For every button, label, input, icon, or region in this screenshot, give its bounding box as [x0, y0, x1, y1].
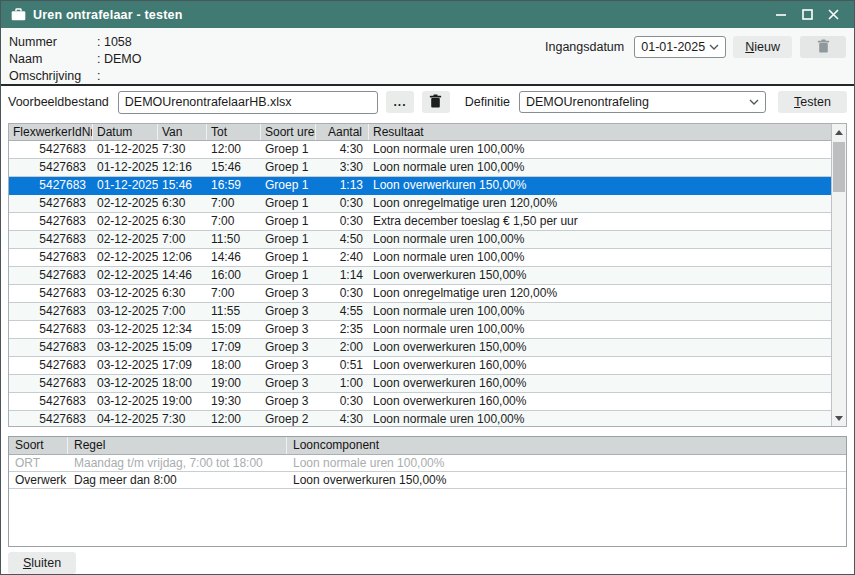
vertical-scrollbar[interactable]: [831, 124, 846, 426]
cell: 6:30: [158, 285, 207, 302]
voorbeeldbestand-label: Voorbeeldbestand: [8, 95, 109, 109]
cell: 5427683: [9, 411, 93, 426]
table-row[interactable]: 542768302-12-20257:0011:50Groep 14:50Loo…: [9, 231, 831, 249]
cell: 1:13: [316, 177, 369, 194]
cell: Loon normale uren 100,00%: [369, 321, 831, 338]
close-button[interactable]: [822, 5, 844, 25]
cell: 4:30: [316, 411, 369, 426]
table-row[interactable]: 542768304-12-20257:3012:00Groep 24:30Loo…: [9, 411, 831, 426]
maximize-button[interactable]: [796, 5, 818, 25]
table-row[interactable]: 542768303-12-202517:0918:00Groep 30:51Lo…: [9, 357, 831, 375]
cell: 0:30: [316, 213, 369, 230]
cell: 15:09: [207, 321, 261, 338]
cell: Loon onregelmatige uren 120,00%: [369, 285, 831, 302]
results-column-header-aantal[interactable]: Aantal: [316, 124, 369, 140]
ingangsdatum-select[interactable]: 01-01-2025: [634, 36, 726, 58]
cell: Groep 1: [261, 159, 316, 176]
cell: 5427683: [9, 231, 93, 248]
results-column-header-resultaat[interactable]: Resultaat: [369, 124, 831, 140]
cell: 7:30: [158, 141, 207, 158]
chevron-down-icon: [709, 44, 719, 50]
cell: 03-12-2025: [93, 393, 158, 410]
cell: Loon overwerkuren 150,00%: [369, 267, 831, 284]
cell: Groep 1: [261, 231, 316, 248]
cell: Loon overwerkuren 150,00%: [369, 177, 831, 194]
sluiten-button[interactable]: Sluiten: [8, 552, 76, 574]
cell: Groep 1: [261, 249, 316, 266]
cell: 5427683: [9, 339, 93, 356]
table-row[interactable]: 542768301-12-20257:3012:00Groep 14:30Loo…: [9, 141, 831, 159]
scroll-down-icon[interactable]: [832, 410, 846, 426]
cell: Loon normale uren 100,00%: [369, 141, 831, 158]
table-row[interactable]: 542768302-12-20256:307:00Groep 10:30Loon…: [9, 195, 831, 213]
nieuw-button[interactable]: Nieuw: [733, 36, 792, 58]
cell: 5427683: [9, 195, 93, 212]
rules-column-header-looncomponent[interactable]: Looncomponent: [287, 437, 846, 454]
scroll-up-icon[interactable]: [832, 124, 846, 140]
cell: 15:46: [207, 159, 261, 176]
minimize-button[interactable]: [770, 5, 792, 25]
table-row[interactable]: 542768303-12-202518:0019:00Groep 31:00Lo…: [9, 375, 831, 393]
cell: 16:59: [207, 177, 261, 194]
cell: 7:00: [158, 231, 207, 248]
cell: Groep 3: [261, 375, 316, 392]
testen-button[interactable]: Testen: [778, 91, 847, 113]
table-row[interactable]: 542768302-12-202514:4616:00Groep 11:14Lo…: [9, 267, 831, 285]
cell: 5427683: [9, 393, 93, 410]
voorbeeldbestand-input[interactable]: [118, 91, 378, 114]
table-row[interactable]: 542768303-12-202515:0917:09Groep 32:00Lo…: [9, 339, 831, 357]
cell: 03-12-2025: [93, 285, 158, 302]
cell: 6:30: [158, 195, 207, 212]
titlebar: Uren ontrafelaar - testen: [1, 1, 854, 28]
cell: Groep 3: [261, 393, 316, 410]
scrollbar-thumb[interactable]: [833, 142, 845, 192]
rules-table-body: ORTMaandag t/m vrijdag, 7:00 tot 18:00Lo…: [9, 455, 846, 489]
cell: Groep 3: [261, 357, 316, 374]
results-column-header-flexwerkeridnr[interactable]: FlexwerkerIdNr: [9, 124, 93, 140]
results-column-header-van[interactable]: Van: [158, 124, 207, 140]
cell: Loon overwerkuren 150,00%: [287, 472, 846, 488]
browse-button[interactable]: ...: [386, 91, 414, 113]
cell: 17:09: [207, 339, 261, 356]
table-row[interactable]: 542768302-12-202512:0614:46Groep 12:40Lo…: [9, 249, 831, 267]
delete-file-button[interactable]: [422, 91, 450, 113]
cell: Loon overwerkuren 160,00%: [369, 357, 831, 374]
table-row[interactable]: 542768302-12-20256:307:00Groep 10:30Extr…: [9, 213, 831, 231]
results-column-header-tot[interactable]: Tot: [207, 124, 261, 140]
table-row[interactable]: 542768303-12-202512:3415:09Groep 32:35Lo…: [9, 321, 831, 339]
cell: 15:46: [158, 177, 207, 194]
cell: 12:16: [158, 159, 207, 176]
rule-row[interactable]: OverwerkDag meer dan 8:00Loon overwerkur…: [9, 472, 846, 489]
record-fields: Nummer : 1058 Naam : DEMO Omschrijving :: [9, 34, 141, 84]
cell: Groep 3: [261, 339, 316, 356]
cell: Groep 1: [261, 177, 316, 194]
nummer-value: : 1058: [97, 34, 132, 51]
definitie-select[interactable]: DEMOUrenontrafeling: [519, 91, 766, 113]
omschrijving-label: Omschrijving: [9, 68, 97, 85]
table-row[interactable]: 542768301-12-202512:1615:46Groep 13:30Lo…: [9, 159, 831, 177]
cell: 04-12-2025: [93, 411, 158, 426]
cell: 16:00: [207, 267, 261, 284]
cell: Loon normale uren 100,00%: [369, 231, 831, 248]
cell: 5427683: [9, 249, 93, 266]
table-row-selected[interactable]: 542768301-12-202515:4616:59Groep 11:13Lo…: [9, 177, 831, 195]
cell: 03-12-2025: [93, 375, 158, 392]
rules-column-header-regel[interactable]: Regel: [68, 437, 287, 454]
trash-icon: [429, 94, 442, 111]
rule-row[interactable]: ORTMaandag t/m vrijdag, 7:00 tot 18:00Lo…: [9, 455, 846, 472]
table-row[interactable]: 542768303-12-20256:307:00Groep 30:30Loon…: [9, 285, 831, 303]
results-column-header-datum[interactable]: Datum: [93, 124, 158, 140]
cell: 03-12-2025: [93, 357, 158, 374]
table-row[interactable]: 542768303-12-202519:0019:30Groep 30:30Lo…: [9, 393, 831, 411]
table-row[interactable]: 542768303-12-20257:0011:55Groep 34:55Loo…: [9, 303, 831, 321]
cell: 17:09: [158, 357, 207, 374]
cell: Groep 1: [261, 213, 316, 230]
cell: Loon normale uren 100,00%: [369, 249, 831, 266]
chevron-down-icon: [749, 99, 759, 105]
delete-date-button[interactable]: [800, 36, 846, 58]
rules-column-header-soort[interactable]: Soort: [9, 437, 68, 454]
briefcase-app-icon: [11, 8, 26, 21]
results-column-header-soort-uren[interactable]: Soort uren: [261, 124, 316, 140]
footer: Sluiten: [1, 547, 854, 574]
cell: 01-12-2025: [93, 159, 158, 176]
